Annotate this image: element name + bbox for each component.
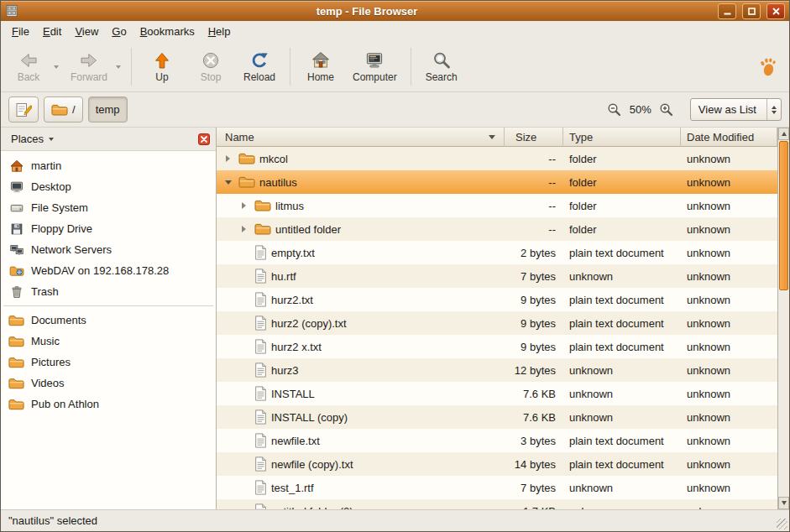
column-label: Date Modified (687, 131, 754, 143)
resize-grip[interactable] (777, 519, 787, 529)
sidebar-close-button[interactable] (198, 133, 210, 145)
file-modified: unknown (681, 335, 777, 358)
folder-icon (51, 103, 68, 117)
file-type: plain text document (563, 429, 681, 452)
name-cell: INSTALL (copy) (217, 405, 505, 429)
home-button[interactable]: Home (296, 44, 345, 90)
maximize-button[interactable] (742, 3, 761, 19)
edit-location-button[interactable] (8, 96, 39, 123)
file-row-mkcol[interactable]: mkcol--folderunknown (217, 147, 777, 170)
expander-collapsed-icon[interactable] (222, 155, 234, 162)
sidebar-item-videos[interactable]: Videos (1, 373, 216, 394)
spinner-arrows-icon (766, 99, 781, 120)
search-button[interactable]: Search (417, 44, 466, 90)
file-name: INSTALL (271, 388, 315, 400)
sidebar-item-webdav-on-192-168-178-28[interactable]: WebDAV on 192.168.178.28 (1, 260, 216, 281)
close-button[interactable] (766, 3, 785, 19)
sidebar-item-desktop[interactable]: Desktop (1, 176, 216, 197)
expander-collapsed-icon[interactable] (238, 202, 250, 209)
column-header-date-modified[interactable]: Date Modified (681, 128, 777, 147)
file-row-hu-rtf[interactable]: hu.rtf7 bytesunknownunknown (217, 264, 777, 288)
file-row-empty-txt[interactable]: empty.txt2 bytesplain text documentunkno… (217, 241, 777, 264)
menu-go[interactable]: Go (105, 22, 133, 41)
scrollbar-track[interactable] (778, 140, 789, 497)
column-label: Size (515, 131, 536, 143)
sort-indicator-icon (489, 135, 495, 139)
file-modified: unknown (681, 217, 777, 241)
menu-bookmarks[interactable]: Bookmarks (133, 22, 201, 41)
sidebar-item-floppy-drive[interactable]: Floppy Drive (1, 218, 216, 239)
file-row-hurz2-copy-txt[interactable]: hurz2 (copy).txt9 bytesplain text docume… (217, 311, 777, 335)
sidebar-item-pictures[interactable]: Pictures (1, 352, 216, 373)
menubar: FileEditViewGoBookmarksHelp (1, 21, 789, 42)
menu-edit[interactable]: Edit (36, 22, 68, 41)
sidebar-item-file-system[interactable]: File System (1, 197, 216, 218)
file-name: hu.rtf (271, 270, 296, 283)
sidebar-item-pub-on-athlon[interactable]: Pub on Athlon (1, 394, 216, 415)
back-icon (18, 50, 39, 70)
scroll-down-button[interactable] (778, 497, 789, 509)
reload-button[interactable]: Reload (235, 44, 284, 90)
menu-view[interactable]: View (68, 22, 105, 41)
file-row-newfile-copy-txt[interactable]: newfile (copy).txt14 bytesplain text doc… (217, 452, 777, 476)
file-row-hurz2-x-txt[interactable]: hurz2 x.txt9 bytesplain text documentunk… (217, 335, 777, 358)
menu-file[interactable]: File (5, 22, 36, 41)
file-modified: unknown (681, 147, 777, 170)
forward-label: Forward (71, 71, 107, 83)
column-label: Name (225, 131, 254, 143)
column-header-size[interactable]: Size (505, 128, 563, 147)
scrollbar-thumb[interactable] (779, 141, 788, 290)
sidebar-item-label: Documents (31, 314, 86, 326)
expander-expanded-icon[interactable] (222, 180, 234, 185)
reload-label: Reload (243, 71, 275, 83)
column-header-type[interactable]: Type (563, 128, 681, 147)
sidebar-item-music[interactable]: Music (1, 331, 216, 352)
file-row-untitled-folder[interactable]: untitled folder--folderunknown (217, 217, 777, 241)
sidebar-item-network-servers[interactable]: Network Servers (1, 239, 216, 260)
file-name: hurz2 (copy).txt (271, 317, 347, 330)
zoom-in-button[interactable] (657, 100, 677, 120)
webdav-icon (8, 265, 24, 277)
file-row-untitled-folder-2[interactable]: untitled folder (2)1.7 KBunknownunknown (217, 499, 777, 509)
file-row-newfile-txt[interactable]: newfile.txt3 bytesplain text documentunk… (217, 429, 777, 452)
path-button-temp[interactable]: temp (88, 96, 128, 123)
file-size: -- (505, 147, 563, 170)
stop-icon (201, 50, 221, 70)
reload-button-group: Reload (235, 44, 284, 90)
menu-help[interactable]: Help (201, 22, 238, 41)
file-row-hurz3[interactable]: hurz312 bytesunknownunknown (217, 358, 777, 382)
text-file-icon (254, 362, 267, 378)
scroll-up-button[interactable] (778, 128, 789, 140)
file-modified: unknown (681, 382, 777, 405)
close-icon (198, 133, 210, 145)
computer-button[interactable]: Computer (345, 44, 405, 90)
column-header-name[interactable]: Name (217, 128, 505, 147)
sidebar-item-documents[interactable]: Documents (1, 310, 216, 331)
up-icon (152, 50, 172, 70)
file-row-test-1-rtf[interactable]: test_1.rtf7 bytesunknownunknown (217, 476, 777, 499)
titlebar[interactable]: temp - File Browser (1, 1, 789, 21)
up-button[interactable]: Up (138, 44, 186, 90)
name-cell: newfile.txt (217, 429, 505, 452)
expander-collapsed-icon[interactable] (238, 226, 250, 232)
file-row-hurz2-txt[interactable]: hurz2.txt9 bytesplain text documentunkno… (217, 288, 777, 311)
file-row-install-copy[interactable]: INSTALL (copy)7.6 KBunknownunknown (217, 405, 777, 429)
minimize-button[interactable] (718, 3, 736, 19)
zoom-out-button[interactable] (604, 100, 625, 120)
sidebar-item-martin[interactable]: martin (1, 155, 216, 176)
name-cell: hurz2 x.txt (217, 335, 505, 358)
file-size: 9 bytes (505, 288, 563, 311)
file-modified: unknown (681, 194, 777, 217)
sidebar-item-label: Pub on Athlon (31, 398, 99, 410)
search-label: Search (426, 71, 458, 83)
places-selector[interactable]: Places (7, 131, 58, 147)
folder-icon (8, 398, 24, 411)
view-mode-select[interactable]: View as List (690, 98, 782, 121)
sidebar-item-trash[interactable]: Trash (1, 281, 216, 302)
path-button-root[interactable]: / (44, 96, 83, 123)
file-name: empty.txt (271, 247, 315, 259)
file-row-litmus[interactable]: litmus--folderunknown (217, 194, 777, 217)
file-row-install[interactable]: INSTALL7.6 KBunknownunknown (217, 382, 777, 405)
sidebar-item-label: Desktop (31, 180, 71, 193)
file-row-nautilus[interactable]: nautilus--folderunknown (217, 170, 777, 194)
